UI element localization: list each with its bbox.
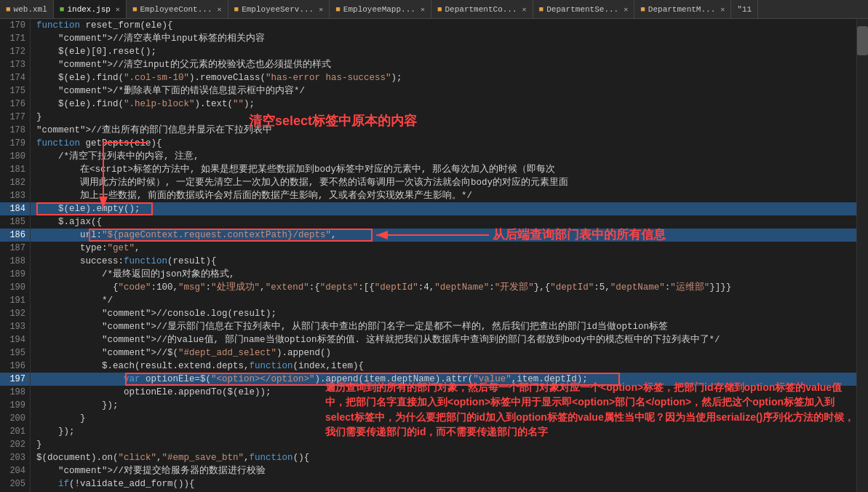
- tab-close-icon-7[interactable]: ✕: [720, 5, 725, 14]
- tab-java-icon-1: ■: [132, 5, 138, 14]
- line-number-199: 199: [0, 399, 30, 412]
- tab-department-se[interactable]: ■ DepartmentSe... ✕: [533, 0, 635, 18]
- tab-close-icon-6[interactable]: ✕: [624, 5, 628, 14]
- line-number-180: 180: [0, 150, 30, 163]
- tab-employee-mapp[interactable]: ■ EmployeeMapp... ✕: [330, 0, 431, 18]
- line-number-176: 176: [0, 98, 30, 111]
- code-line-204[interactable]: "comment">//对要提交给服务器的数据进行校验: [31, 464, 856, 477]
- tab-java-icon-5: ■: [539, 5, 544, 14]
- line-number-171: 171: [0, 32, 30, 45]
- code-line-191[interactable]: */: [31, 294, 856, 307]
- code-line-194[interactable]: "comment">//的value值, 部门name当做option标签的值.…: [31, 333, 856, 346]
- code-line-175[interactable]: "comment">/*删除表单下面的错误信息提示框中的内容*/: [31, 84, 856, 98]
- line-number-181: 181: [0, 163, 30, 176]
- tab-web-xml[interactable]: ■ web.xml: [0, 0, 54, 18]
- code-line-197[interactable]: var optionEle=$("<option></option>").app…: [31, 373, 856, 386]
- code-line-179[interactable]: function getDepts(ele){: [31, 137, 856, 150]
- code-line-196[interactable]: $.each(result.extend.depts,function(inde…: [31, 360, 856, 373]
- code-line-182[interactable]: 调用此方法的时候）, 一定要先清空上一次加入的数据, 要不然的话每调用一次该方法…: [31, 176, 856, 189]
- tab-employee-serv[interactable]: ■ EmployeeServ... ✕: [228, 0, 330, 18]
- tab-close-icon-2[interactable]: ✕: [218, 5, 222, 14]
- line-number-193: 193: [0, 320, 30, 333]
- code-line-200[interactable]: }: [31, 412, 856, 425]
- code-line-192[interactable]: "comment">//console.log(result);: [31, 307, 856, 320]
- tab-close-icon-3[interactable]: ✕: [319, 5, 323, 14]
- code-line-203[interactable]: $(document).on("click","#emp_save_btn",f…: [31, 451, 856, 464]
- code-line-178[interactable]: "comment">//查出所有的部门信息并显示在下拉列表中: [31, 124, 856, 137]
- code-lines: function reset_form(ele){ "comment">//清空…: [31, 19, 856, 492]
- tab-close-icon-5[interactable]: ✕: [522, 5, 527, 14]
- line-number-182: 182: [0, 176, 30, 189]
- line-number-184: 184: [0, 202, 30, 215]
- line-number-200: 200: [0, 412, 30, 425]
- code-line-189[interactable]: /*最终返回的json对象的格式,: [31, 268, 856, 281]
- code-line-173[interactable]: "comment">//清空input的父元素的校验状态也必须提供的样式: [31, 58, 856, 71]
- code-line-171[interactable]: "comment">//清空表单中input标签的相关内容: [31, 32, 856, 45]
- line-number-190: 190: [0, 281, 30, 294]
- code-line-170[interactable]: function reset_form(ele){: [31, 19, 856, 32]
- editor-container: 1701711721731741751761771781791801811821…: [0, 19, 868, 492]
- line-number-191: 191: [0, 294, 30, 307]
- line-number-185: 185: [0, 215, 30, 229]
- line-number-175: 175: [0, 84, 30, 98]
- code-line-199[interactable]: });: [31, 399, 856, 412]
- line-number-186: 186: [0, 229, 30, 242]
- tab-overflow[interactable]: "11: [731, 0, 758, 18]
- tab-java-icon-3: ■: [335, 5, 341, 14]
- line-numbers: 1701711721731741751761771781791801811821…: [0, 19, 31, 492]
- line-number-202: 202: [0, 438, 30, 451]
- right-sidebar[interactable]: [856, 19, 868, 492]
- tab-bar: ■ web.xml ■ index.jsp ✕ ■ EmployeeCont..…: [0, 0, 868, 19]
- tab-java-icon-4: ■: [437, 5, 442, 14]
- line-number-204: 204: [0, 464, 30, 477]
- line-number-178: 178: [0, 124, 30, 137]
- code-line-184[interactable]: $(ele).empty();: [31, 202, 856, 215]
- code-line-181[interactable]: 在<script>标签的方法中, 如果是想要把某些数据加到body标签中对应的元…: [31, 163, 856, 176]
- code-line-195[interactable]: "comment">//$("#dept_add_select").append…: [31, 346, 856, 360]
- tab-jsp-icon: ■: [60, 5, 65, 14]
- code-line-176[interactable]: $(ele).find(".help-block").text("");: [31, 98, 856, 111]
- code-line-198[interactable]: optionEle.appendTo($(ele));: [31, 386, 856, 399]
- tab-close-icon[interactable]: ✕: [116, 5, 120, 14]
- line-number-177: 177: [0, 111, 30, 124]
- code-line-202[interactable]: }: [31, 438, 856, 451]
- line-number-195: 195: [0, 346, 30, 360]
- line-number-174: 174: [0, 71, 30, 84]
- line-number-205: 205: [0, 477, 30, 491]
- tab-java-icon-2: ■: [234, 5, 239, 14]
- line-number-203: 203: [0, 451, 30, 464]
- line-number-170: 170: [0, 19, 30, 32]
- tab-employee-cont[interactable]: ■ EmployeeCont... ✕: [127, 0, 228, 18]
- line-number-173: 173: [0, 58, 30, 71]
- tab-index-jsp[interactable]: ■ index.jsp ✕: [54, 0, 127, 18]
- line-number-194: 194: [0, 333, 30, 346]
- line-number-172: 172: [0, 45, 30, 58]
- line-number-183: 183: [0, 189, 30, 202]
- tab-close-icon-4[interactable]: ✕: [421, 5, 425, 14]
- scrollbar-thumb[interactable]: [857, 26, 868, 55]
- code-line-193[interactable]: "comment">//显示部门信息在下拉列表中, 从部门表中查出的部门名字一定…: [31, 320, 856, 333]
- editor-main: function reset_form(ele){ "comment">//清空…: [31, 19, 868, 492]
- line-number-188: 188: [0, 255, 30, 268]
- code-line-186[interactable]: url:"${pageContext.request.contextPath}/…: [31, 229, 856, 242]
- code-line-172[interactable]: $(ele)[0].reset();: [31, 45, 856, 58]
- line-number-189: 189: [0, 268, 30, 281]
- code-line-201[interactable]: });: [31, 425, 856, 438]
- tab-department-co[interactable]: ■ DepartmentCo... ✕: [431, 0, 533, 18]
- line-number-192: 192: [0, 307, 30, 320]
- code-line-188[interactable]: success:function(result){: [31, 255, 856, 268]
- line-number-179: 179: [0, 137, 30, 150]
- code-line-187[interactable]: type:"get",: [31, 242, 856, 255]
- code-wrapper[interactable]: function reset_form(ele){ "comment">//清空…: [31, 19, 856, 492]
- code-line-177[interactable]: }: [31, 111, 856, 124]
- code-line-205[interactable]: if(!validate_add_form()){: [31, 477, 856, 491]
- code-line-174[interactable]: $(ele).find(".col-sm-10").removeClass("h…: [31, 71, 856, 84]
- code-line-183[interactable]: 加上一些数据, 前面的数据或许会对后面的数据产生影响, 又或者会对实现效果产生影…: [31, 189, 856, 202]
- code-line-185[interactable]: $.ajax({: [31, 215, 856, 229]
- tab-java-icon-6: ■: [640, 5, 645, 14]
- line-number-196: 196: [0, 360, 30, 373]
- code-line-190[interactable]: {"code":100,"msg":"处理成功","extend":{"dept…: [31, 281, 856, 294]
- tab-department-m[interactable]: ■ DepartmentM... ✕: [634, 0, 731, 18]
- line-number-197: 197: [0, 373, 30, 386]
- code-line-180[interactable]: /*清空下拉列表中的内容, 注意,: [31, 150, 856, 163]
